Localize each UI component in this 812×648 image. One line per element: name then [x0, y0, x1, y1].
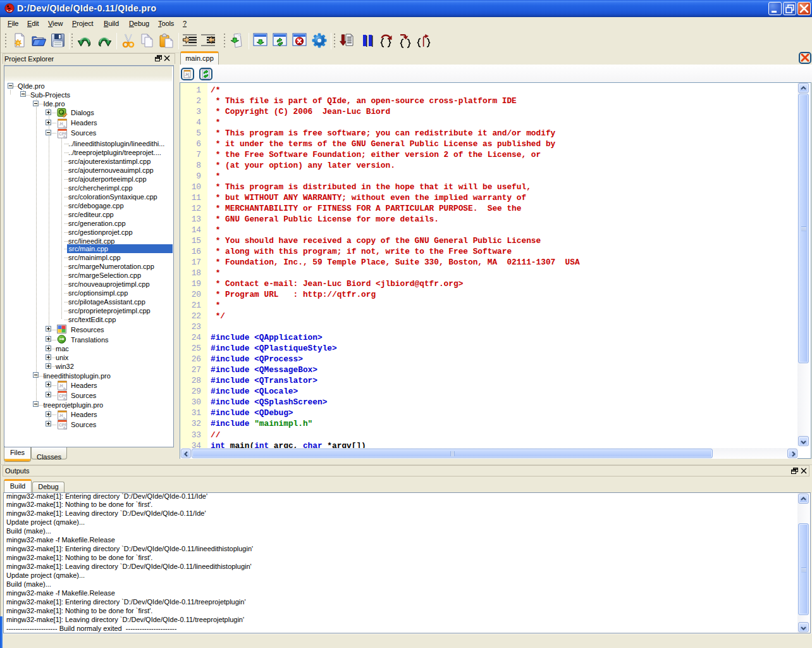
svg-text:CPP: CPP	[59, 132, 68, 136]
svg-text:CPP: CPP	[59, 394, 68, 398]
svg-text:.H: .H	[59, 413, 63, 418]
svg-text:CPP: CPP	[59, 423, 68, 427]
svg-text:.H: .H	[59, 122, 63, 126]
svg-text:.H: .H	[59, 383, 63, 388]
